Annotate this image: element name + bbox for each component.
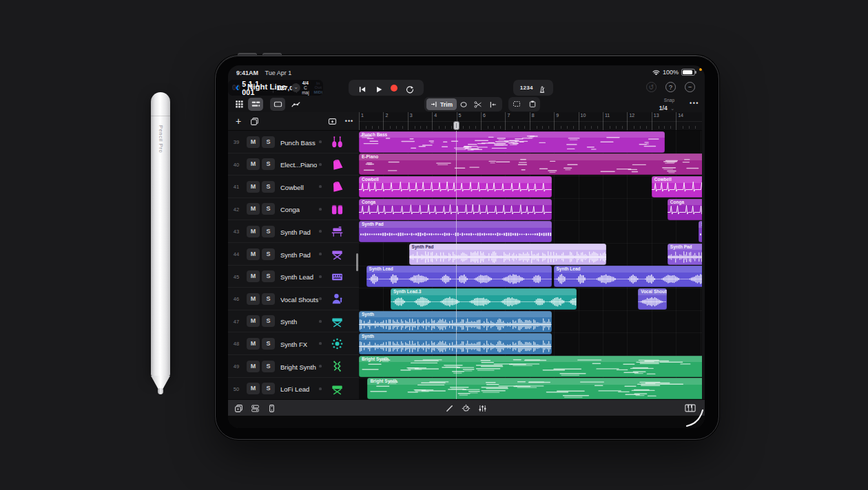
paste-icon[interactable]	[528, 98, 537, 111]
track-row-43[interactable]: 43MSSynth Pad	[228, 220, 359, 243]
project-menu-chevron[interactable]: ⌄	[291, 83, 300, 92]
controls-icon[interactable]	[459, 403, 472, 414]
track-row-42[interactable]: 42MSConga	[228, 198, 359, 221]
mute-button[interactable]: M	[247, 226, 260, 237]
play-button[interactable]	[375, 84, 383, 92]
mute-button[interactable]: M	[247, 270, 260, 282]
metronome-icon[interactable]	[538, 84, 546, 92]
region-synth-lead-3[interactable]: Synth Lead.3	[391, 288, 577, 310]
track-row-48[interactable]: 48MSSynth FX	[228, 332, 359, 355]
ruler-bar-5[interactable]: 5	[457, 112, 481, 130]
track-row-46[interactable]: 46MSVocal Shouts	[228, 288, 359, 310]
ruler-bar-12[interactable]: 12	[627, 112, 651, 130]
ruler-bar-11[interactable]: 11	[603, 112, 627, 130]
mute-button[interactable]: M	[247, 315, 260, 327]
mute-button[interactable]: M	[247, 181, 260, 193]
solo-button[interactable]: S	[262, 158, 275, 170]
solo-button[interactable]: S	[262, 203, 275, 215]
track-row-39[interactable]: 39MSPunch Bass	[228, 131, 359, 153]
mute-button[interactable]: M	[247, 248, 260, 260]
solo-button[interactable]: S	[262, 248, 275, 260]
marquee-tool-icon[interactable]	[513, 98, 521, 111]
add-track-button[interactable]: +	[232, 116, 245, 127]
region-vocal-shouts[interactable]: Vocal Shouts	[638, 288, 666, 310]
solo-button[interactable]: S	[262, 338, 275, 350]
region-conga[interactable]: Conga	[668, 199, 702, 220]
solo-button[interactable]: S	[262, 383, 275, 394]
region-synth-pad[interactable]: Synth Pad	[699, 221, 702, 242]
track-row-41[interactable]: 41MSCowbell	[228, 175, 359, 198]
solo-button[interactable]: S	[262, 181, 275, 193]
trim-tool-button[interactable]: Trim	[426, 98, 457, 110]
track-row-40[interactable]: 40MSElect...Piano	[228, 153, 359, 176]
mute-button[interactable]: M	[247, 383, 260, 394]
region-synth-pad[interactable]: Synth Pad	[668, 244, 702, 265]
mute-button[interactable]: M	[247, 203, 260, 215]
track-row-44[interactable]: 44MSSynth Pad	[228, 243, 359, 266]
track-scrollbar[interactable]	[356, 253, 358, 271]
atom-icon[interactable]	[330, 337, 344, 351]
cycle-button[interactable]	[406, 84, 414, 92]
mute-button[interactable]: M	[247, 338, 260, 350]
mute-button[interactable]: M	[247, 361, 260, 372]
duplicate-track-button[interactable]	[248, 116, 260, 127]
ruler-bar-13[interactable]: 13	[652, 112, 676, 130]
region-cowbell[interactable]: Cowbell	[359, 176, 552, 198]
region-synth-lead[interactable]: Synth Lead	[366, 266, 552, 287]
undo-button[interactable]: ↺	[646, 82, 657, 92]
track-row-45[interactable]: 45MSSynth Lead	[228, 266, 359, 288]
ruler-bar-8[interactable]: 8	[530, 112, 554, 130]
timeline-ruler[interactable]: 1234567891011121314	[359, 112, 702, 131]
hide-controls-button[interactable]: −	[685, 82, 695, 92]
region-synth[interactable]: Synth	[359, 311, 552, 332]
project-title[interactable]: Night Line	[247, 83, 286, 91]
solo-button[interactable]: S	[262, 293, 275, 305]
cowbell-icon[interactable]	[330, 158, 344, 172]
conga-icon[interactable]	[330, 202, 344, 217]
track-more-button[interactable]: •••	[343, 116, 355, 127]
region-conga[interactable]: Conga	[359, 199, 552, 220]
snap-control[interactable]: Snap 1/4 ⌄	[659, 97, 674, 111]
cowbell-icon[interactable]	[330, 180, 344, 194]
region-e-piano[interactable]: E-Piano	[359, 153, 702, 175]
ruler-bar-9[interactable]: 9	[554, 112, 578, 130]
region-synth-lead[interactable]: Synth Lead	[554, 266, 703, 287]
solo-button[interactable]: S	[262, 136, 275, 148]
region-synth[interactable]: Synth	[359, 333, 552, 354]
inspector-toggle[interactable]	[326, 116, 338, 127]
skip-start-button[interactable]	[358, 84, 366, 92]
ruler-bar-10[interactable]: 10	[579, 112, 603, 130]
scissors-icon[interactable]	[471, 100, 486, 109]
keyboard-stand-icon[interactable]	[330, 247, 344, 262]
count-in-button[interactable]: 1234	[520, 85, 533, 91]
synth-module-icon[interactable]	[330, 270, 344, 284]
playhead-handle[interactable]	[453, 121, 459, 130]
keyboard-stand-icon[interactable]	[330, 315, 344, 329]
mixer-icon[interactable]	[476, 403, 488, 414]
region-bright-synth[interactable]: Bright Synth	[359, 356, 702, 377]
solo-button[interactable]: S	[262, 226, 275, 237]
more-options-button[interactable]: •••	[690, 100, 699, 107]
pencil-tool-icon[interactable]	[443, 403, 455, 414]
solo-button[interactable]: S	[262, 315, 275, 327]
mute-button[interactable]: M	[247, 293, 260, 305]
arrange-area[interactable]: Punch BassE-PianoCowbellCowbellCongaCong…	[359, 131, 702, 399]
keyboard-stand-icon[interactable]	[330, 382, 344, 396]
vocalist-icon[interactable]	[330, 292, 344, 306]
solo-button[interactable]: S	[262, 270, 275, 282]
workstation-icon[interactable]	[330, 224, 344, 239]
ruler-bar-3[interactable]: 3	[408, 112, 432, 130]
arp-circuit-icon[interactable]	[330, 359, 344, 374]
back-button[interactable]: ‹	[236, 80, 239, 95]
mute-button[interactable]: M	[247, 158, 260, 170]
region-synth-pad[interactable]: Synth Pad	[409, 244, 607, 265]
record-button[interactable]	[391, 85, 397, 92]
double-bass-icon[interactable]	[330, 135, 344, 149]
ruler-bar-7[interactable]: 7	[505, 112, 529, 130]
mute-button[interactable]: M	[247, 136, 260, 148]
ruler-bar-14[interactable]: 14	[676, 112, 700, 130]
browser-icon[interactable]	[232, 403, 245, 414]
automation-icon[interactable]	[288, 98, 303, 111]
tracks-view-icon[interactable]	[248, 98, 263, 111]
ruler-bar-6[interactable]: 6	[481, 112, 505, 130]
